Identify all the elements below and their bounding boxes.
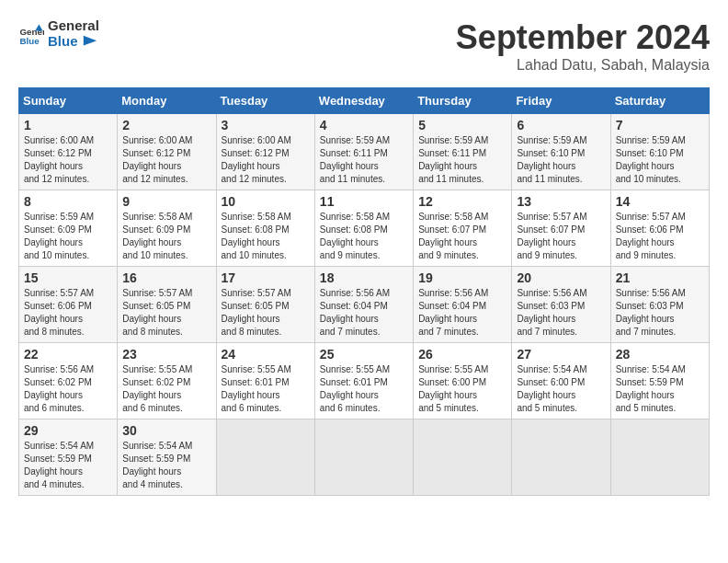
day-number: 6	[517, 118, 605, 132]
day-header-friday: Friday	[512, 88, 610, 114]
day-info: Sunrise: 5:56 AM Sunset: 6:03 PM Dayligh…	[517, 287, 605, 339]
day-info: Sunrise: 5:59 AM Sunset: 6:10 PM Dayligh…	[616, 134, 704, 186]
calendar-cell	[610, 419, 709, 496]
day-header-saturday: Saturday	[610, 88, 709, 114]
day-info: Sunrise: 5:57 AM Sunset: 6:07 PM Dayligh…	[517, 211, 605, 262]
calendar-cell: 22 Sunrise: 5:56 AM Sunset: 6:02 PM Dayl…	[19, 343, 118, 419]
calendar-cell: 4 Sunrise: 5:59 AM Sunset: 6:11 PM Dayli…	[314, 114, 413, 190]
day-number: 15	[24, 270, 112, 285]
day-info: Sunrise: 5:55 AM Sunset: 6:01 PM Dayligh…	[222, 363, 310, 415]
day-info: Sunrise: 5:56 AM Sunset: 6:04 PM Dayligh…	[418, 287, 506, 339]
day-number: 5	[418, 118, 506, 132]
day-info: Sunrise: 5:56 AM Sunset: 6:02 PM Dayligh…	[24, 363, 112, 415]
calendar-cell: 1 Sunrise: 6:00 AM Sunset: 6:12 PM Dayli…	[19, 114, 118, 190]
calendar-cell: 28 Sunrise: 5:54 AM Sunset: 5:59 PM Dayl…	[610, 343, 709, 419]
calendar-cell: 16 Sunrise: 5:57 AM Sunset: 6:05 PM Dayl…	[118, 267, 216, 343]
calendar-cell: 30 Sunrise: 5:54 AM Sunset: 5:59 PM Dayl…	[118, 419, 216, 496]
calendar-cell: 19 Sunrise: 5:56 AM Sunset: 6:04 PM Dayl…	[414, 267, 512, 343]
day-info: Sunrise: 6:00 AM Sunset: 6:12 PM Dayligh…	[222, 134, 310, 186]
day-info: Sunrise: 5:57 AM Sunset: 6:06 PM Dayligh…	[616, 211, 704, 262]
day-info: Sunrise: 5:59 AM Sunset: 6:11 PM Dayligh…	[320, 134, 408, 186]
calendar-cell: 18 Sunrise: 5:56 AM Sunset: 6:04 PM Dayl…	[314, 267, 413, 343]
calendar-cell: 21 Sunrise: 5:56 AM Sunset: 6:03 PM Dayl…	[610, 267, 709, 343]
day-number: 16	[122, 270, 210, 285]
day-info: Sunrise: 5:57 AM Sunset: 6:05 PM Dayligh…	[122, 287, 210, 339]
day-info: Sunrise: 5:55 AM Sunset: 6:02 PM Dayligh…	[122, 363, 210, 415]
day-number: 2	[122, 118, 210, 132]
calendar-cell	[314, 419, 413, 496]
day-info: Sunrise: 6:00 AM Sunset: 6:12 PM Dayligh…	[122, 134, 210, 186]
day-header-sunday: Sunday	[19, 88, 118, 114]
calendar-cell: 3 Sunrise: 6:00 AM Sunset: 6:12 PM Dayli…	[216, 114, 314, 190]
day-number: 8	[24, 194, 112, 209]
day-info: Sunrise: 5:59 AM Sunset: 6:11 PM Dayligh…	[418, 134, 506, 186]
location-title: Lahad Datu, Sabah, Malaysia	[456, 57, 710, 74]
day-number: 30	[122, 423, 210, 438]
day-number: 23	[122, 347, 210, 362]
day-info: Sunrise: 5:55 AM Sunset: 6:00 PM Dayligh…	[418, 363, 506, 415]
calendar-cell: 24 Sunrise: 5:55 AM Sunset: 6:01 PM Dayl…	[216, 343, 314, 419]
calendar-cell: 6 Sunrise: 5:59 AM Sunset: 6:10 PM Dayli…	[512, 114, 610, 190]
calendar-table: SundayMondayTuesdayWednesdayThursdayFrid…	[18, 87, 710, 496]
calendar-cell: 9 Sunrise: 5:58 AM Sunset: 6:09 PM Dayli…	[118, 190, 216, 267]
calendar-cell: 20 Sunrise: 5:56 AM Sunset: 6:03 PM Dayl…	[512, 267, 610, 343]
day-info: Sunrise: 5:58 AM Sunset: 6:07 PM Dayligh…	[418, 211, 506, 262]
day-info: Sunrise: 5:54 AM Sunset: 5:59 PM Dayligh…	[616, 363, 704, 415]
day-info: Sunrise: 5:56 AM Sunset: 6:03 PM Dayligh…	[616, 287, 704, 339]
day-number: 14	[616, 194, 704, 209]
day-number: 24	[222, 347, 310, 362]
day-number: 28	[616, 347, 704, 362]
day-number: 12	[418, 194, 506, 209]
day-number: 27	[517, 347, 605, 362]
calendar-cell: 27 Sunrise: 5:54 AM Sunset: 6:00 PM Dayl…	[512, 343, 610, 419]
calendar-cell: 12 Sunrise: 5:58 AM Sunset: 6:07 PM Dayl…	[414, 190, 512, 267]
day-info: Sunrise: 5:59 AM Sunset: 6:10 PM Dayligh…	[517, 134, 605, 186]
calendar-cell: 10 Sunrise: 5:58 AM Sunset: 6:08 PM Dayl…	[216, 190, 314, 267]
day-info: Sunrise: 5:54 AM Sunset: 5:59 PM Dayligh…	[122, 440, 210, 491]
calendar-cell: 8 Sunrise: 5:59 AM Sunset: 6:09 PM Dayli…	[19, 190, 118, 267]
logo-general-text: General	[48, 17, 99, 33]
calendar-cell: 7 Sunrise: 5:59 AM Sunset: 6:10 PM Dayli…	[610, 114, 709, 190]
day-number: 11	[320, 194, 408, 209]
day-number: 13	[517, 194, 605, 209]
day-info: Sunrise: 5:58 AM Sunset: 6:08 PM Dayligh…	[320, 211, 408, 262]
day-info: Sunrise: 5:55 AM Sunset: 6:01 PM Dayligh…	[320, 363, 408, 415]
day-info: Sunrise: 5:59 AM Sunset: 6:09 PM Dayligh…	[24, 211, 112, 262]
day-info: Sunrise: 5:57 AM Sunset: 6:05 PM Dayligh…	[222, 287, 310, 339]
day-number: 20	[517, 270, 605, 285]
day-header-tuesday: Tuesday	[216, 88, 314, 114]
month-title: September 2024	[456, 18, 710, 57]
logo-icon: General Blue	[18, 21, 44, 47]
calendar-week-row: 15 Sunrise: 5:57 AM Sunset: 6:06 PM Dayl…	[19, 267, 710, 343]
calendar-cell: 11 Sunrise: 5:58 AM Sunset: 6:08 PM Dayl…	[314, 190, 413, 267]
calendar-cell	[216, 419, 314, 496]
day-header-wednesday: Wednesday	[314, 88, 413, 114]
title-section: September 2024 Lahad Datu, Sabah, Malays…	[456, 18, 710, 74]
logo-blue-text: Blue	[48, 33, 78, 49]
day-number: 9	[122, 194, 210, 209]
day-number: 29	[24, 423, 112, 438]
calendar-week-row: 8 Sunrise: 5:59 AM Sunset: 6:09 PM Dayli…	[19, 190, 710, 267]
day-number: 25	[320, 347, 408, 362]
day-header-thursday: Thursday	[414, 88, 512, 114]
day-number: 17	[222, 270, 310, 285]
calendar-cell: 2 Sunrise: 6:00 AM Sunset: 6:12 PM Dayli…	[118, 114, 216, 190]
calendar-cell	[512, 419, 610, 496]
logo: General Blue General Blue	[18, 18, 99, 51]
day-info: Sunrise: 5:54 AM Sunset: 5:59 PM Dayligh…	[24, 440, 112, 491]
day-info: Sunrise: 5:57 AM Sunset: 6:06 PM Dayligh…	[24, 287, 112, 339]
calendar-header-row: SundayMondayTuesdayWednesdayThursdayFrid…	[19, 88, 710, 114]
calendar-cell: 25 Sunrise: 5:55 AM Sunset: 6:01 PM Dayl…	[314, 343, 413, 419]
day-number: 7	[616, 118, 704, 132]
calendar-cell: 23 Sunrise: 5:55 AM Sunset: 6:02 PM Dayl…	[118, 343, 216, 419]
day-info: Sunrise: 5:58 AM Sunset: 6:08 PM Dayligh…	[222, 211, 310, 262]
calendar-cell	[414, 419, 512, 496]
day-info: Sunrise: 5:58 AM Sunset: 6:09 PM Dayligh…	[122, 211, 210, 262]
day-number: 4	[320, 118, 408, 132]
day-info: Sunrise: 5:56 AM Sunset: 6:04 PM Dayligh…	[320, 287, 408, 339]
calendar-cell: 15 Sunrise: 5:57 AM Sunset: 6:06 PM Dayl…	[19, 267, 118, 343]
day-number: 26	[418, 347, 506, 362]
calendar-week-row: 29 Sunrise: 5:54 AM Sunset: 5:59 PM Dayl…	[19, 419, 710, 496]
calendar-week-row: 1 Sunrise: 6:00 AM Sunset: 6:12 PM Dayli…	[19, 114, 710, 190]
calendar-week-row: 22 Sunrise: 5:56 AM Sunset: 6:02 PM Dayl…	[19, 343, 710, 419]
